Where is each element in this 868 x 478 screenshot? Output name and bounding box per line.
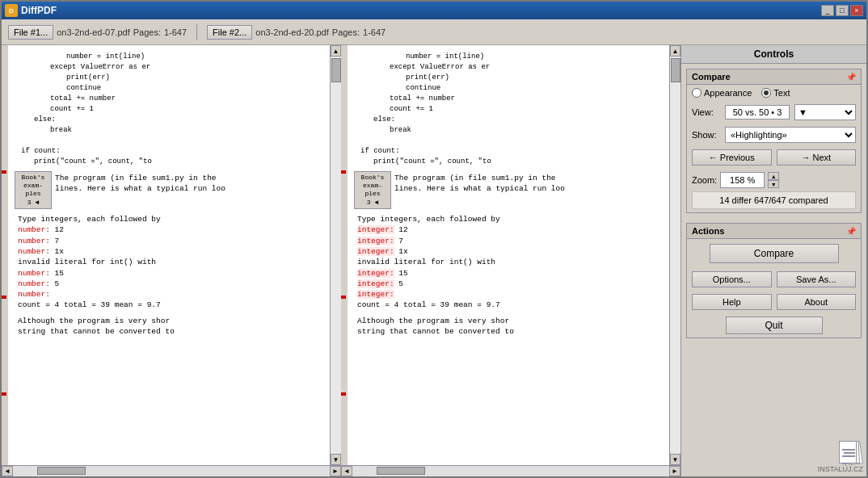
hscroll-left-1[interactable]: ◄ bbox=[2, 466, 13, 476]
right-arrow-icon: → bbox=[801, 153, 810, 162]
hscroll-thumb-2[interactable] bbox=[377, 467, 425, 475]
pdf-inner-1: number = int(line) except ValueError as … bbox=[2, 45, 341, 465]
book-tab-2: Book'sexam-ples3 ◄ bbox=[354, 171, 391, 210]
file1-name: on3-2nd-ed-07.pdf bbox=[57, 27, 130, 37]
file1-button[interactable]: File #1... bbox=[8, 25, 53, 40]
text-option[interactable]: Text bbox=[761, 88, 790, 98]
logo-graphic bbox=[819, 427, 863, 463]
hscroll-track-2[interactable] bbox=[352, 466, 669, 476]
quit-button[interactable]: Quit bbox=[726, 317, 823, 334]
show-select[interactable]: «Highlighting» bbox=[725, 127, 856, 143]
help-button[interactable]: Help bbox=[692, 294, 772, 310]
window-controls: _ □ × bbox=[821, 5, 863, 16]
options-button[interactable]: Options... bbox=[692, 271, 772, 287]
pdf-panel-1: number = int(line) except ValueError as … bbox=[2, 45, 341, 476]
scroll-up-2[interactable]: ▲ bbox=[670, 45, 680, 57]
main-window: D DiffPDF _ □ × File #1... on3-2nd-ed-07… bbox=[0, 0, 868, 478]
show-row: Show: «Highlighting» bbox=[687, 124, 861, 146]
separator bbox=[196, 24, 197, 40]
red-mark-2 bbox=[2, 296, 6, 299]
file2-button[interactable]: File #2... bbox=[207, 25, 252, 40]
file1-info: File #1... on3-2nd-ed-07.pdf Pages: 1-64… bbox=[5, 25, 190, 40]
controls-title: Controls bbox=[681, 45, 866, 64]
quit-row: Quit bbox=[687, 313, 861, 338]
zoom-spinner: ▲ ▼ bbox=[768, 172, 779, 188]
red-mark-6 bbox=[341, 392, 346, 396]
file1-pages-label: Pages: bbox=[133, 27, 161, 37]
hscroll-thumb-1[interactable] bbox=[37, 467, 86, 475]
red-mark-1 bbox=[2, 170, 6, 174]
zoom-row: Zoom: ▲ ▼ bbox=[687, 169, 861, 191]
scroll-thumb-2[interactable] bbox=[671, 58, 680, 82]
pdf-content-2[interactable]: number = int(line) except ValueError as … bbox=[348, 45, 669, 465]
view-row: View: 50 vs. 50 • 3 ▼ bbox=[687, 101, 861, 124]
actions-compare-row: Compare bbox=[687, 239, 861, 268]
zoom-up-button[interactable]: ▲ bbox=[768, 172, 779, 180]
previous-button[interactable]: ← Previous bbox=[692, 149, 772, 166]
left-markers-2 bbox=[341, 45, 348, 465]
app-icon: D bbox=[5, 4, 18, 17]
hscroll-2[interactable]: ◄ ► bbox=[341, 465, 680, 476]
hscroll-track-1[interactable] bbox=[13, 466, 330, 476]
scroll-down-1[interactable]: ▼ bbox=[331, 454, 341, 465]
text-radio[interactable] bbox=[761, 88, 771, 98]
scroll-thumb-1[interactable] bbox=[331, 58, 341, 82]
options-saveas-row: Options... Save As... bbox=[687, 268, 861, 291]
maximize-button[interactable]: □ bbox=[836, 5, 849, 16]
help-about-row: Help About bbox=[687, 291, 861, 313]
hscroll-1[interactable]: ◄ ► bbox=[2, 465, 341, 476]
zoom-label: Zoom: bbox=[692, 175, 717, 185]
zoom-down-button[interactable]: ▼ bbox=[768, 180, 779, 188]
scroll-down-2[interactable]: ▼ bbox=[670, 454, 680, 465]
pdf-panel-2: number = int(line) except ValueError as … bbox=[341, 45, 680, 476]
next-button[interactable]: → Next bbox=[777, 149, 857, 166]
body-text-1: The program (in file sum1.py in the line… bbox=[52, 171, 229, 210]
appearance-option[interactable]: Appearance bbox=[692, 88, 752, 98]
pin-icon: 📌 bbox=[846, 73, 856, 82]
toolbar: File #1... on3-2nd-ed-07.pdf Pages: 1-64… bbox=[2, 19, 866, 45]
pdf-content-1[interactable]: number = int(line) except ValueError as … bbox=[8, 45, 330, 465]
titlebar: D DiffPDF _ □ × bbox=[2, 2, 866, 19]
pdf-text-1: number = int(line) except ValueError as … bbox=[8, 45, 330, 465]
about-button[interactable]: About bbox=[777, 294, 857, 310]
logo-area: INSTALUJ.CZ bbox=[681, 343, 866, 476]
view-select[interactable]: ▼ bbox=[794, 104, 856, 120]
appearance-radio[interactable] bbox=[692, 88, 702, 98]
pdf-text-2: number = int(line) except ValueError as … bbox=[348, 45, 669, 465]
zoom-input[interactable] bbox=[720, 172, 765, 188]
nav-buttons-row: ← Previous → Next bbox=[687, 146, 861, 169]
scroll-track-2[interactable] bbox=[670, 57, 680, 454]
file1-pages: 1-647 bbox=[164, 27, 187, 37]
view-display: 50 vs. 50 • 3 bbox=[725, 105, 790, 120]
actions-header: Actions 📌 bbox=[687, 224, 861, 239]
red-mark-5 bbox=[341, 296, 346, 299]
save-as-button[interactable]: Save As... bbox=[777, 271, 857, 287]
differ-row: 14 differ 647/647 compared bbox=[692, 191, 856, 209]
view-label: View: bbox=[692, 107, 720, 117]
show-label: Show: bbox=[692, 130, 720, 140]
content-area: number = int(line) except ValueError as … bbox=[2, 45, 866, 476]
scroll-track-1[interactable] bbox=[331, 57, 341, 454]
actions-title: Actions bbox=[692, 226, 724, 236]
body-text-2: The program (in file sum1.py in the line… bbox=[391, 171, 568, 210]
controls-panel: Controls Compare 📌 Appearance Text bbox=[680, 45, 866, 476]
minimize-button[interactable]: _ bbox=[821, 5, 834, 16]
red-mark-4 bbox=[341, 170, 346, 174]
hscroll-right-1[interactable]: ► bbox=[330, 466, 341, 476]
left-markers-1 bbox=[2, 45, 8, 465]
scroll-up-1[interactable]: ▲ bbox=[331, 45, 341, 57]
file2-name: on3-2nd-ed-20.pdf bbox=[255, 27, 329, 37]
pdf-inner-2: number = int(line) except ValueError as … bbox=[341, 45, 680, 465]
close-button[interactable]: × bbox=[850, 5, 863, 16]
compare-label: Compare bbox=[692, 72, 731, 82]
vscroll-2[interactable]: ▲ ▼ bbox=[669, 45, 680, 465]
book-tab-1: Book'sexam-ples3 ◄ bbox=[15, 171, 52, 210]
compare-section: Compare 📌 Appearance Text View: 50 vs. bbox=[686, 69, 862, 213]
hscroll-right-2[interactable]: ► bbox=[669, 466, 680, 476]
left-arrow-icon: ← bbox=[709, 153, 718, 162]
window-title: DiffPDF bbox=[21, 5, 821, 16]
red-mark-3 bbox=[2, 392, 6, 396]
compare-action-button[interactable]: Compare bbox=[710, 244, 839, 263]
hscroll-left-2[interactable]: ◄ bbox=[341, 466, 352, 476]
vscroll-1[interactable]: ▲ ▼ bbox=[330, 45, 341, 465]
